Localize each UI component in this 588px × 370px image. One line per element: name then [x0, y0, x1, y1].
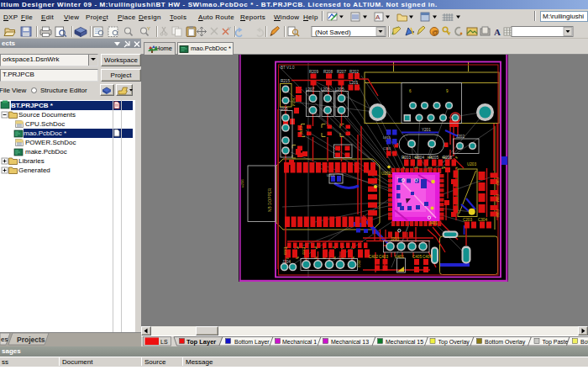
svg-text:C230: C230: [299, 126, 303, 135]
svg-text:Projects: Projects: [17, 336, 45, 344]
svg-text:L303: L303: [283, 247, 287, 256]
svg-text:R208: R208: [323, 70, 333, 74]
svg-text:C403: C403: [379, 255, 388, 259]
svg-text:R214: R214: [291, 98, 296, 107]
svg-text:R206: R206: [443, 156, 452, 160]
svg-text:@: @: [432, 29, 438, 36]
svg-text:Y: Y: [147, 26, 150, 31]
svg-text:LS: LS: [160, 339, 168, 345]
svg-text:u206: u206: [240, 179, 244, 188]
svg-text:C402: C402: [369, 255, 378, 259]
svg-text:6: 6: [409, 89, 412, 93]
svg-text:Mechanical 13: Mechanical 13: [331, 339, 369, 345]
svg-text:J204: J204: [282, 260, 291, 264]
svg-text:Mechanical 1: Mechanical 1: [282, 339, 317, 345]
svg-text:R207: R207: [337, 70, 346, 74]
svg-text:R209: R209: [309, 70, 318, 74]
svg-text:L302: L302: [302, 247, 306, 256]
svg-text:U202: U202: [381, 172, 391, 176]
svg-text:U203: U203: [467, 162, 476, 166]
svg-text:J203: J203: [391, 237, 399, 241]
svg-text:J401: J401: [429, 221, 438, 225]
svg-text:L206: L206: [321, 87, 330, 92]
svg-text:Bottom Layer: Bottom Layer: [234, 339, 270, 346]
svg-text:(Not Saved): (Not Saved): [315, 29, 351, 36]
svg-text:R202: R202: [349, 70, 359, 74]
svg-text:Bottom Overlay: Bottom Overlay: [485, 339, 526, 346]
svg-text:R215: R215: [281, 79, 290, 83]
svg-text:C405: C405: [412, 255, 422, 259]
svg-text:Top Paste: Top Paste: [543, 339, 569, 346]
svg-text:U401: U401: [395, 255, 404, 259]
svg-text:C406: C406: [423, 255, 432, 259]
svg-text:C208: C208: [496, 209, 500, 218]
svg-text:J205: J205: [280, 107, 288, 111]
svg-text:C202: C202: [496, 177, 500, 186]
svg-text:9: 9: [446, 89, 449, 93]
svg-text:C203: C203: [463, 218, 472, 222]
svg-text:R203: R203: [402, 156, 411, 160]
svg-text:L207: L207: [306, 87, 315, 92]
svg-text:Y201: Y201: [422, 128, 431, 132]
svg-text:Top Overlay: Top Overlay: [438, 339, 470, 346]
svg-text:L815: L815: [383, 135, 391, 140]
svg-text:C204: C204: [496, 194, 500, 203]
svg-text:L201: L201: [349, 81, 359, 85]
svg-text:C304: C304: [478, 218, 487, 222]
svg-text:NB DOPPER: NB DOPPER: [268, 188, 272, 212]
svg-text:Y: Y: [228, 26, 231, 31]
svg-text:R205: R205: [429, 156, 438, 160]
svg-text:R204: R204: [415, 156, 424, 160]
svg-text:L205: L205: [335, 87, 344, 92]
svg-text:A: A: [375, 13, 381, 21]
svg-text:C101: C101: [383, 146, 391, 151]
svg-text:es: es: [1, 336, 8, 343]
svg-text:U204: U204: [327, 173, 335, 177]
svg-text:A: A: [494, 27, 501, 37]
svg-text:BT V1.0: BT V1.0: [281, 66, 295, 70]
svg-text:Mechanical 15: Mechanical 15: [386, 339, 423, 345]
svg-text:Top Layer: Top Layer: [186, 338, 216, 346]
svg-text:J303: J303: [357, 260, 361, 267]
svg-text:Bott: Bott: [580, 339, 588, 345]
svg-text:J202: J202: [456, 135, 465, 139]
